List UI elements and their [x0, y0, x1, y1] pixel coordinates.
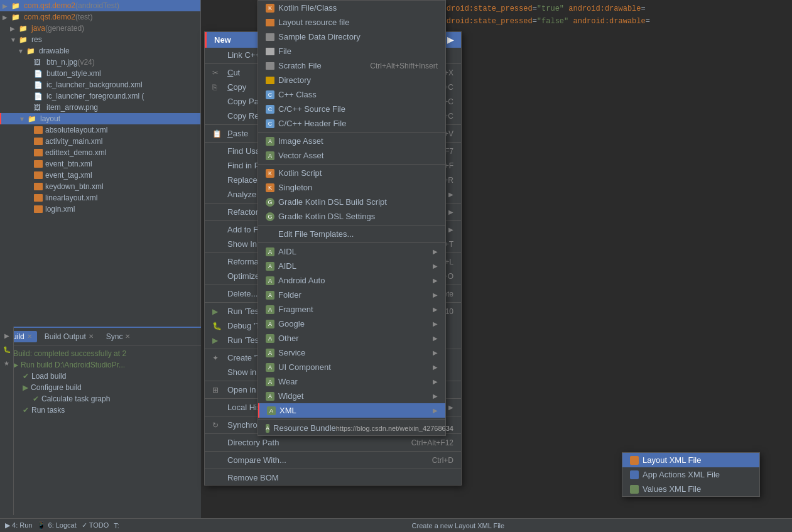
tree-item[interactable]: 📄 ic_launcher_background.xml: [0, 79, 200, 90]
android-icon: A: [266, 377, 274, 386]
image-asset-item[interactable]: A Image Asset: [258, 134, 445, 148]
google-item[interactable]: A Google ▶: [258, 317, 445, 331]
logcat-tab-label[interactable]: 📱 6: Logcat: [37, 521, 76, 529]
cpp-class-item[interactable]: C C++ Class: [258, 87, 445, 102]
layout-xml-icon: [34, 171, 43, 179]
tree-item[interactable]: absolutelayout.xml: [0, 124, 200, 136]
tree-item[interactable]: 📄 button_style.xml: [0, 68, 200, 79]
tree-item[interactable]: ▼ 📁 res: [0, 34, 200, 45]
tree-item[interactable]: event_btn.xml: [0, 158, 200, 170]
terminal-tab-label[interactable]: T:: [114, 522, 119, 529]
close-icon[interactable]: ✕: [125, 333, 130, 340]
android-auto-item[interactable]: A Android Auto ▶: [258, 273, 445, 288]
kotlin-script-item[interactable]: K Kotlin Script: [258, 166, 445, 180]
side-icon-debug[interactable]: 🐛: [1, 343, 13, 356]
xml-item[interactable]: A XML ▶: [258, 403, 445, 418]
layout-xml-icon: [34, 194, 43, 202]
edit-templates-item[interactable]: Edit File Templates...: [258, 227, 445, 241]
scratch-file-item[interactable]: Scratch File Ctrl+Alt+Shift+Insert: [258, 58, 445, 73]
todo-tab-label[interactable]: ✓ TODO: [82, 521, 109, 529]
kotlin-file-item[interactable]: K Kotlin File/Class: [258, 1, 445, 15]
chevron-right-icon: ▶: [448, 404, 453, 411]
tree-item[interactable]: event_tag.xml: [0, 170, 200, 181]
compare-with-item[interactable]: Compare With... Ctrl+D: [205, 453, 461, 467]
url-label: https://blog.csdn.net/weixin_42768634: [336, 425, 453, 432]
chevron-right-icon: ▶: [433, 320, 438, 327]
android-icon: A: [266, 363, 274, 372]
tree-label: res: [31, 35, 42, 44]
values-xml-item[interactable]: Values XML File: [622, 482, 759, 496]
widget-item[interactable]: A Widget ▶: [258, 389, 445, 403]
remove-bom-item[interactable]: Remove BOM: [205, 470, 461, 485]
tree-label: absolutelayout.xml: [45, 126, 107, 134]
tree-item[interactable]: login.xml: [0, 204, 200, 215]
ui-component-item[interactable]: A UI Component ▶: [258, 360, 445, 374]
paste-icon: 📋: [212, 129, 224, 138]
item-label: Scratch File: [278, 61, 322, 70]
build-output-tab[interactable]: Build Output ✕: [40, 331, 99, 342]
gradle-build-item[interactable]: G Gradle Kotlin DSL Build Script: [258, 195, 445, 209]
vector-asset-item[interactable]: A Vector Asset: [258, 148, 445, 163]
wear-item[interactable]: A Wear ▶: [258, 374, 445, 389]
directory-item[interactable]: Directory: [258, 73, 445, 87]
item-label: Values XML File: [643, 484, 701, 494]
tree-item[interactable]: edittext_demo.xml: [0, 147, 200, 158]
tree-item[interactable]: 📄 ic_launcher_foreground.xml (: [0, 90, 200, 102]
gradle-settings-item[interactable]: G Gradle Kotlin DSL Settings: [258, 209, 445, 224]
tree-item[interactable]: ▼ 📁 drawable: [0, 45, 200, 57]
success-icon: ✔: [23, 372, 29, 381]
tree-item[interactable]: ▶ 📁 com.qst.demo2 (androidTest): [0, 0, 200, 11]
file-item[interactable]: File: [258, 44, 445, 58]
folder-android-item[interactable]: A Folder ▶: [258, 288, 445, 302]
service-item[interactable]: A Service ▶: [258, 345, 445, 360]
tree-label-sub: (test): [75, 13, 92, 21]
status-message: Create a new Layout XML File: [129, 522, 787, 529]
directory-path-item[interactable]: Directory Path Ctrl+Alt+F12: [205, 435, 461, 450]
tree-item[interactable]: 🖼 btn_n.jpg (v24): [0, 57, 200, 68]
tree-item[interactable]: keydown_btn.xml: [0, 181, 200, 192]
folder-icon: 📁: [11, 13, 21, 21]
aidl-item[interactable]: A AIDL ▶: [258, 244, 445, 259]
status-bottom-tabs: ▶ 4: Run 📱 6: Logcat ✓ TODO T:: [5, 521, 119, 529]
cpp-source-item[interactable]: C C/C++ Source File: [258, 102, 445, 116]
cpp-header-item[interactable]: C C/C++ Header File: [258, 116, 445, 131]
tree-item[interactable]: ▶ 📁 com.qst.demo2 (test): [0, 11, 200, 23]
coverage-icon: ▶: [212, 336, 224, 345]
android-icon: A: [266, 247, 274, 256]
arrow-icon: [25, 93, 34, 100]
fragment-item[interactable]: A Fragment ▶: [258, 302, 445, 317]
item-label: Layout XML File: [643, 455, 701, 465]
run-tab-label[interactable]: ▶ 4: Run: [5, 521, 32, 529]
build-item: ▶ Run build D:\AndroidStudioPr...: [3, 359, 198, 371]
tree-label: layout: [40, 114, 60, 123]
activity-item[interactable]: A AIDL ▶: [258, 259, 445, 273]
side-icon-run[interactable]: ▶: [1, 329, 13, 342]
arrow-icon: [25, 59, 34, 66]
resource-bundle-item[interactable]: A Resource Bundle https://blog.csdn.net/…: [258, 421, 445, 435]
tree-item[interactable]: linearlayout.xml: [0, 192, 200, 204]
layout-folder[interactable]: ▼ 📁 layout: [0, 113, 200, 124]
side-icon-bookmark[interactable]: ★: [1, 357, 13, 369]
arrow-icon: ▶: [10, 25, 19, 32]
android-icon: A: [266, 276, 274, 285]
item-label: App Actions XML File: [643, 470, 720, 479]
tree-item[interactable]: activity_main.xml: [0, 136, 200, 147]
app-actions-xml-item[interactable]: App Actions XML File: [622, 467, 759, 482]
close-icon[interactable]: ✕: [89, 333, 94, 340]
close-icon[interactable]: ✕: [27, 333, 32, 340]
arrow-icon: ▶: [3, 14, 11, 21]
tree-label-sub: (v24): [77, 58, 94, 67]
sample-data-item[interactable]: Sample Data Directory: [258, 30, 445, 44]
separator: [258, 225, 445, 225]
sync-tab[interactable]: Sync ✕: [101, 331, 136, 342]
layout-xml-file-item[interactable]: Layout XML File: [622, 453, 759, 467]
chevron-right-icon: ▶: [433, 263, 438, 269]
layout-resource-item[interactable]: Layout resource file: [258, 15, 445, 30]
other-item[interactable]: A Other ▶: [258, 331, 445, 345]
singleton-item[interactable]: K Singleton: [258, 180, 445, 195]
tree-item[interactable]: ▶ 📁 java (generated): [0, 23, 200, 34]
tree-item[interactable]: 🖼 item_arrow.png: [0, 102, 200, 113]
tree-label: drawable: [39, 46, 70, 55]
item-label: Gradle Kotlin DSL Settings: [278, 212, 375, 221]
tree-label: activity_main.xml: [45, 137, 102, 146]
